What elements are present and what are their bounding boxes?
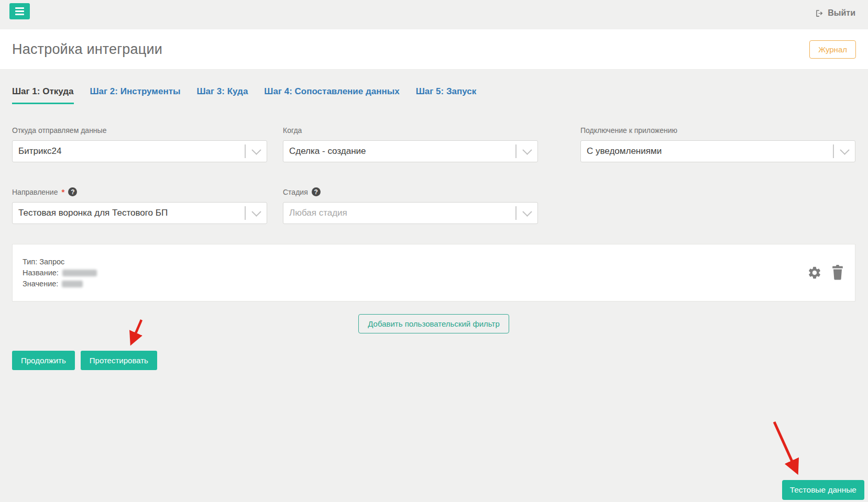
step-tabs: Шаг 1: Откуда Шаг 2: Инструменты Шаг 3: … [12,70,855,104]
page-title: Настройка интеграции [12,41,162,58]
required-asterisk: * [61,187,64,196]
logout-label: Выйти [828,8,855,18]
logout-icon [815,9,824,18]
test-data-button[interactable]: Тестовые данные [782,480,864,500]
header: Настройка интеграции Журнал [0,29,868,70]
filter-card-actions [807,265,844,281]
app-connection-select[interactable]: С уведомлениями [580,140,855,162]
redacted-value [62,281,83,287]
field-app-connection-label: Подключение к приложению [580,126,677,135]
chevron-down-icon[interactable] [517,148,537,155]
when-select-value: Сделка - создание [289,146,515,157]
arrow-to-test-data-button [774,422,796,471]
continue-button[interactable]: Продолжить [12,351,75,370]
tab-step3-destination[interactable]: Шаг 3: Куда [197,86,248,104]
help-icon[interactable]: ? [312,187,321,196]
menu-button[interactable] [9,3,30,19]
source-select-value: Битрикс24 [18,146,245,157]
trash-icon[interactable] [831,265,844,281]
form-row-1: Откуда отправляем данные Битрикс24 Когда… [12,126,855,162]
filter-value-line: Значение: [23,278,97,289]
integration-settings-page: { "topbar": { "logout_label": "Выйти" },… [0,0,868,502]
field-when: Когда Сделка - создание [283,126,538,162]
add-custom-filter-button[interactable]: Добавить пользовательский фильтр [358,314,509,333]
field-direction-label: Направление [12,188,58,196]
filter-card: Тип: Запрос Название: Значение: [12,244,855,302]
topbar: Выйти [0,0,868,29]
tab-step5-launch[interactable]: Шаг 5: Запуск [416,86,477,104]
main-content: Шаг 1: Откуда Шаг 2: Инструменты Шаг 3: … [0,70,868,370]
field-when-label: Когда [283,126,302,135]
app-connection-select-value: С уведомлениями [587,146,833,157]
stage-select-placeholder: Любая стадия [289,208,515,218]
source-select[interactable]: Битрикс24 [12,140,267,162]
filter-type-line: Тип: Запрос [23,256,97,267]
chevron-down-icon[interactable] [517,210,537,217]
tab-step4-mapping[interactable]: Шаг 4: Сопоставление данных [264,86,399,104]
filter-value-label: Значение: [23,278,58,289]
help-icon[interactable]: ? [68,187,77,196]
filter-name-line: Название: [23,267,97,278]
logout-button[interactable]: Выйти [815,8,855,18]
field-source: Откуда отправляем данные Битрикс24 [12,126,267,162]
tab-step2-tools[interactable]: Шаг 2: Инструменты [90,86,181,104]
field-stage-label: Стадия [283,188,308,196]
direction-select[interactable]: Тестовая воронка для Тестового БП [12,202,267,224]
filter-card-info: Тип: Запрос Название: Значение: [23,256,97,289]
direction-select-value: Тестовая воронка для Тестового БП [18,208,245,218]
journal-button[interactable]: Журнал [809,40,856,59]
hamburger-icon [15,7,24,9]
add-filter-row: Добавить пользовательский фильтр [12,314,855,333]
test-button[interactable]: Протестировать [81,351,157,370]
chevron-down-icon[interactable] [834,148,855,155]
gear-icon[interactable] [807,265,822,280]
field-direction: Направление * ? Тестовая воронка для Тес… [12,187,267,224]
tab-step1-source[interactable]: Шаг 1: Откуда [12,86,74,104]
redacted-name-value [62,270,97,276]
filter-name-label: Название: [23,267,59,278]
stage-select[interactable]: Любая стадия [283,202,538,224]
field-source-label: Откуда отправляем данные [12,126,106,135]
when-select[interactable]: Сделка - создание [283,140,538,162]
field-stage: Стадия ? Любая стадия [283,187,538,224]
form-row-2: Направление * ? Тестовая воронка для Тес… [12,187,855,224]
chevron-down-icon[interactable] [246,210,267,217]
field-app-connection: Подключение к приложению С уведомлениями [580,126,855,162]
chevron-down-icon[interactable] [246,148,267,155]
actions-row: Продолжить Протестировать [12,351,855,370]
